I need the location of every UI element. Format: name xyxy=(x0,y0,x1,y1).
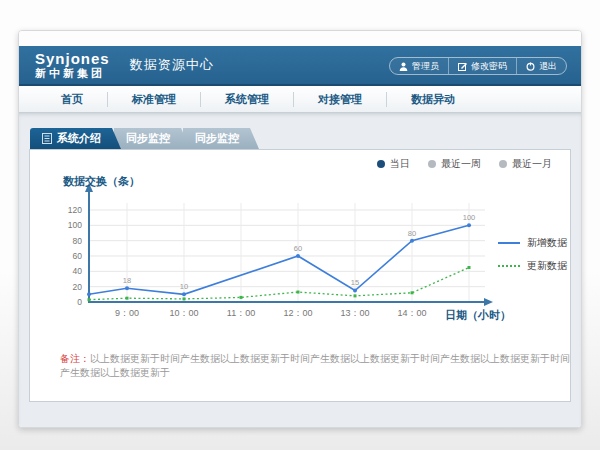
change-password-button[interactable]: 修改密码 xyxy=(448,58,516,74)
content-area: 系统介绍同步监控同步监控 当日最近一周最近一月 0204060801001209… xyxy=(19,113,581,427)
document-icon xyxy=(42,133,52,144)
x-axis-arrow-icon xyxy=(484,298,493,306)
y-tick-label: 80 xyxy=(73,236,83,246)
x-tick-label: 9：00 xyxy=(115,308,139,318)
legend-item-2: 更新数据 xyxy=(498,259,567,273)
logout-label: 退出 xyxy=(539,60,557,73)
radio-dot-icon xyxy=(377,160,385,168)
data-point[interactable] xyxy=(88,298,91,301)
x-tick-label: 10：00 xyxy=(169,308,198,318)
time-filter: 当日最近一周最近一月 xyxy=(377,157,552,171)
tab-label: 系统介绍 xyxy=(57,131,101,146)
chart-panel: 当日最近一周最近一月 0204060801001209：0010：0011：00… xyxy=(29,149,571,402)
radio-dot-icon xyxy=(428,160,436,168)
data-point-label: 60 xyxy=(294,244,302,253)
data-point[interactable] xyxy=(182,292,186,296)
y-axis-title: 数据交换（条） xyxy=(62,175,140,188)
tab-1[interactable]: 系统介绍 xyxy=(30,128,121,149)
y-tick-label: 60 xyxy=(73,251,83,261)
data-point[interactable] xyxy=(296,254,300,258)
logout-button[interactable]: 退出 xyxy=(516,58,566,74)
data-point-label: 100 xyxy=(463,213,476,222)
data-point[interactable] xyxy=(411,291,414,294)
nav-item-2[interactable]: 标准管理 xyxy=(107,92,200,107)
data-point-label: 80 xyxy=(408,229,416,238)
data-point[interactable] xyxy=(126,297,129,300)
data-point[interactable] xyxy=(297,291,300,294)
radio-dot-icon xyxy=(499,160,507,168)
data-point-label: 18 xyxy=(123,276,131,285)
tab-bar: 系统介绍同步监控同步监控 xyxy=(29,128,571,149)
tab-3[interactable]: 同步监控 xyxy=(183,128,259,149)
note-prefix: 备注： xyxy=(60,353,90,364)
nav-item-3[interactable]: 系统管理 xyxy=(200,92,293,107)
data-point[interactable] xyxy=(468,266,471,269)
x-tick-label: 12：00 xyxy=(283,308,312,318)
tab-2[interactable]: 同步监控 xyxy=(114,128,190,149)
data-point[interactable] xyxy=(410,239,414,243)
page-title: 数据资源中心 xyxy=(130,56,214,74)
data-point[interactable] xyxy=(354,294,357,297)
logout-icon xyxy=(526,62,535,71)
x-axis-title: 日期（小时） xyxy=(445,309,511,322)
y-tick-label: 120 xyxy=(68,205,82,215)
legend-swatch-icon xyxy=(498,242,520,244)
footer-note: 备注：以上数据更新于时间产生数据以上数据更新于时间产生数据以上数据更新于时间产生… xyxy=(60,352,570,380)
line-chart: 0204060801001209：0010：0011：0012：0013：001… xyxy=(30,173,575,333)
x-tick-label: 14：00 xyxy=(397,308,426,318)
nav-item-4[interactable]: 对接管理 xyxy=(293,92,386,107)
radio-option-2[interactable]: 最近一周 xyxy=(428,157,481,171)
data-point[interactable] xyxy=(240,296,243,299)
chart-legend: 新增数据更新数据 xyxy=(498,236,567,282)
main-nav: 首页标准管理系统管理对接管理数据异动 xyxy=(19,86,581,113)
y-tick-label: 0 xyxy=(77,297,82,307)
app-header: Synjones 新中新集团 数据资源中心 管理员 修改密码 退出 xyxy=(19,46,581,86)
data-point[interactable] xyxy=(183,297,186,300)
logo-primary: Synjones xyxy=(35,51,110,66)
note-text: 以上数据更新于时间产生数据以上数据更新于时间产生数据以上数据更新于时间产生数据以… xyxy=(60,353,570,378)
x-tick-label: 11：00 xyxy=(227,308,255,318)
tab-label: 同步监控 xyxy=(195,131,239,146)
y-tick-label: 100 xyxy=(68,220,82,230)
data-point-label: 10 xyxy=(180,282,188,291)
data-point[interactable] xyxy=(125,286,129,290)
nav-item-5[interactable]: 数据异动 xyxy=(386,92,479,107)
legend-swatch-icon xyxy=(498,265,520,267)
edit-icon xyxy=(458,62,467,71)
nav-item-1[interactable]: 首页 xyxy=(37,92,107,107)
change-password-label: 修改密码 xyxy=(471,60,507,73)
logo: Synjones 新中新集团 xyxy=(35,51,110,79)
admin-button[interactable]: 管理员 xyxy=(390,58,448,74)
legend-item-1: 新增数据 xyxy=(498,236,567,250)
tab-label: 同步监控 xyxy=(126,131,170,146)
data-point[interactable] xyxy=(87,292,91,296)
window-top-strip xyxy=(19,31,581,46)
radio-option-3[interactable]: 最近一月 xyxy=(499,157,552,171)
admin-label: 管理员 xyxy=(412,60,439,73)
data-point[interactable] xyxy=(353,288,357,292)
x-tick-label: 13：00 xyxy=(340,308,369,318)
y-tick-label: 40 xyxy=(73,266,83,276)
data-point[interactable] xyxy=(467,223,471,227)
app-window: Synjones 新中新集团 数据资源中心 管理员 修改密码 退出 xyxy=(18,30,582,428)
y-tick-label: 20 xyxy=(73,282,83,292)
logo-secondary: 新中新集团 xyxy=(35,68,110,79)
legend-label: 更新数据 xyxy=(527,259,567,273)
legend-label: 新增数据 xyxy=(527,236,567,250)
radio-option-1[interactable]: 当日 xyxy=(377,157,410,171)
user-actions: 管理员 修改密码 退出 xyxy=(389,57,567,75)
data-point-label: 15 xyxy=(351,278,359,287)
radio-label: 最近一周 xyxy=(441,157,481,171)
user-icon xyxy=(399,62,408,71)
radio-label: 最近一月 xyxy=(512,157,552,171)
radio-label: 当日 xyxy=(390,157,410,171)
